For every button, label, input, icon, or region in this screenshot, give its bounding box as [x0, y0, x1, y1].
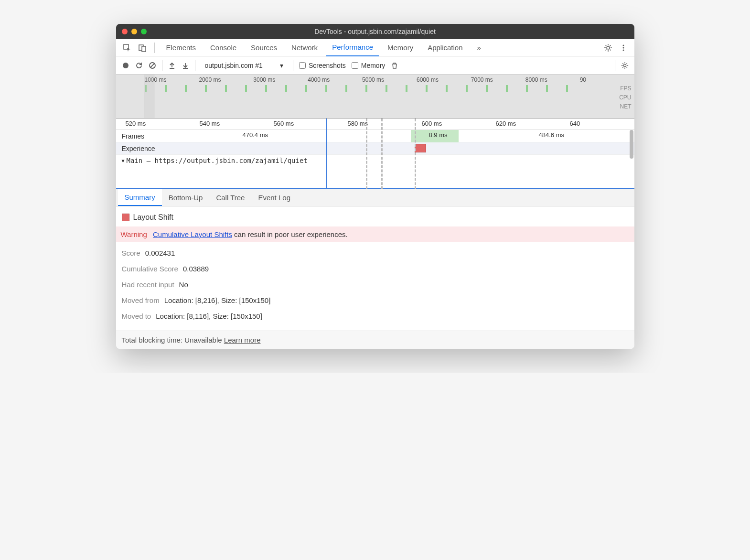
summary-panel: Layout Shift Warning Cumulative Layout S…	[116, 206, 634, 324]
kv-value: No	[179, 280, 188, 289]
recording-select[interactable]: output.jsbin.com #1 ▾	[201, 62, 287, 69]
overview-selection-window[interactable]	[144, 75, 154, 118]
svg-point-12	[623, 64, 626, 66]
kv-value: 0.03889	[183, 265, 209, 273]
window-title: DevTools - output.jsbin.com/zajamil/quie…	[116, 28, 634, 35]
experience-track[interactable]: Experience	[116, 142, 634, 155]
event-title: Layout Shift	[133, 213, 174, 222]
load-profile-icon[interactable]	[168, 62, 176, 69]
svg-point-3	[607, 46, 610, 49]
svg-rect-2	[142, 46, 146, 52]
flamechart-area[interactable]: 520 ms540 ms 560 ms580 ms 600 ms620 ms 6…	[116, 118, 634, 189]
event-color-swatch	[122, 214, 129, 221]
scrollbar-thumb[interactable]	[630, 130, 633, 159]
experience-track-label: Experience	[116, 142, 161, 154]
kv-key: Cumulative Score	[122, 265, 178, 273]
capture-settings-gear-icon[interactable]	[621, 62, 629, 69]
tab-bottom-up[interactable]: Bottom-Up	[162, 189, 210, 206]
collect-garbage-icon[interactable]	[391, 62, 398, 69]
layout-shift-block[interactable]	[415, 144, 426, 152]
performance-toolbar: output.jsbin.com #1 ▾ Screenshots Memory	[116, 56, 634, 75]
kv-key: Score	[122, 249, 140, 257]
recording-name: output.jsbin.com #1	[205, 62, 263, 69]
divider	[154, 43, 155, 53]
flamechart-ruler: 520 ms540 ms 560 ms580 ms 600 ms620 ms 6…	[116, 118, 634, 130]
inspect-element-icon[interactable]	[121, 42, 133, 54]
memory-checkbox[interactable]: Memory	[352, 62, 386, 69]
disclosure-triangle-icon[interactable]: ▼	[122, 158, 125, 163]
tab-elements[interactable]: Elements	[161, 39, 202, 56]
frame-duration: 470.4 ms	[243, 131, 268, 139]
overview-lane-labels: FPS CPU NET	[619, 84, 631, 112]
details-tabs: Summary Bottom-Up Call Tree Event Log	[116, 189, 634, 206]
playhead-line	[326, 118, 327, 189]
frame-duration: 8.9 ms	[429, 131, 448, 139]
frame-boundary	[381, 118, 383, 189]
warning-banner: Warning Cumulative Layout Shifts can res…	[116, 226, 634, 242]
tab-event-log[interactable]: Event Log	[251, 189, 297, 206]
screenshots-checkbox[interactable]: Screenshots	[299, 62, 346, 69]
kv-key: Moved to	[122, 312, 151, 320]
tab-console[interactable]: Console	[204, 39, 242, 56]
overview-fps-bars	[145, 85, 606, 93]
tbt-text: Total blocking time: Unavailable	[122, 336, 222, 344]
frame-duration: 484.6 ms	[539, 131, 564, 139]
kv-value: Location: [8,216], Size: [150x150]	[164, 296, 271, 304]
learn-more-link[interactable]: Learn more	[224, 336, 261, 344]
tab-summary[interactable]: Summary	[118, 189, 162, 206]
frames-track[interactable]: Frames 470.4 ms 8.9 ms 484.6 ms	[116, 130, 634, 142]
devtools-window: DevTools - output.jsbin.com/zajamil/quie…	[116, 24, 634, 349]
device-toolbar-icon[interactable]	[136, 42, 149, 54]
svg-point-7	[123, 63, 129, 68]
save-profile-icon[interactable]	[182, 62, 189, 69]
kv-value: Location: [8,116], Size: [150x150]	[156, 312, 262, 320]
svg-line-9	[150, 64, 154, 67]
kv-value: 0.002431	[145, 249, 175, 257]
tab-sources[interactable]: Sources	[245, 39, 283, 56]
frame-boundary	[366, 118, 367, 189]
cls-doc-link[interactable]: Cumulative Layout Shifts	[153, 230, 232, 238]
svg-point-6	[622, 49, 624, 51]
titlebar: DevTools - output.jsbin.com/zajamil/quie…	[116, 24, 634, 39]
warning-text: can result in poor user experiences.	[232, 230, 348, 238]
overview-ruler: 1000 ms2000 ms 3000 ms4000 ms 5000 ms600…	[116, 75, 634, 83]
panel-tabs: Elements Console Sources Network Perform…	[116, 39, 634, 56]
record-button[interactable]	[122, 62, 129, 69]
warning-label: Warning	[121, 230, 147, 238]
frames-track-label: Frames	[116, 130, 161, 142]
kv-key: Moved from	[122, 296, 160, 304]
svg-point-5	[622, 47, 624, 48]
svg-point-4	[622, 44, 624, 46]
tab-performance[interactable]: Performance	[326, 39, 379, 56]
reload-button[interactable]	[135, 62, 143, 69]
footer: Total blocking time: Unavailable Learn m…	[116, 331, 634, 349]
main-thread-track[interactable]: ▼Main — https://output.jsbin.com/zajamil…	[116, 155, 634, 188]
tab-network[interactable]: Network	[286, 39, 323, 56]
timeline-overview[interactable]: 1000 ms2000 ms 3000 ms4000 ms 5000 ms600…	[116, 75, 634, 118]
more-menu-icon[interactable]	[617, 42, 630, 54]
tab-application[interactable]: Application	[422, 39, 468, 56]
dropdown-triangle-icon: ▾	[280, 62, 283, 69]
main-thread-label: Main — https://output.jsbin.com/zajamil/…	[127, 157, 308, 164]
frame-boundary	[415, 118, 416, 189]
tabs-overflow[interactable]: »	[471, 39, 487, 56]
settings-gear-icon[interactable]	[602, 42, 614, 54]
kv-key: Had recent input	[122, 280, 174, 289]
tab-memory[interactable]: Memory	[382, 39, 419, 56]
clear-button[interactable]	[149, 62, 156, 69]
tab-call-tree[interactable]: Call Tree	[209, 189, 251, 206]
